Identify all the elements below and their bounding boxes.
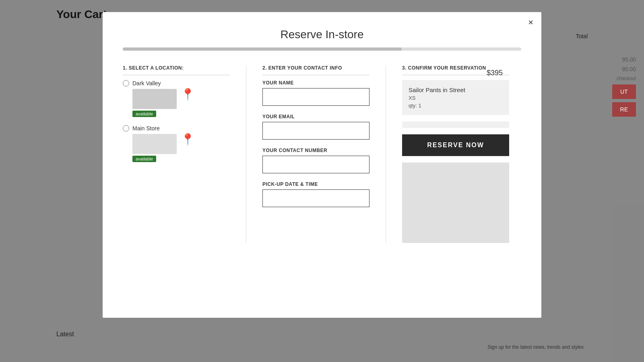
location-dark-valley: Dark Valley 📍 available <box>123 80 230 117</box>
location-dark-valley-image <box>132 89 177 109</box>
location-dark-valley-badge: available <box>132 111 156 117</box>
confirm-item-card: Sailor Pants in Street XS qty: 1 $395 <box>402 80 509 115</box>
location-main-store-pin: 📍 <box>181 134 195 145</box>
location-main-store-badge: available <box>132 156 156 162</box>
name-label: YOUR NAME <box>262 80 369 86</box>
confirm-image <box>402 162 509 243</box>
reserve-now-button[interactable]: RESERVE NOW <box>402 134 509 156</box>
confirm-item-size: XS <box>409 95 465 101</box>
name-group: YOUR NAME <box>262 80 369 106</box>
email-group: YOUR EMAIL <box>262 114 369 140</box>
location-dark-valley-name: Dark Valley <box>132 80 161 86</box>
location-main-store-name: Main Store <box>132 125 160 132</box>
pickup-group: PICK-UP DATE & TIME <box>262 181 369 207</box>
divider-2 <box>386 65 386 243</box>
location-column: 1. SELECT A LOCATION: Dark Valley 📍 avai… <box>123 65 242 243</box>
confirm-item-name: Sailor Pants in Street <box>409 86 465 93</box>
location-main-store-row: Main Store <box>123 125 230 132</box>
phone-group: YOUR CONTACT NUMBER <box>262 148 369 173</box>
location-main-store-map: 📍 <box>123 134 230 154</box>
reserve-modal: × Reserve In-store 1. SELECT A LOCATION:… <box>103 12 541 318</box>
name-input[interactable] <box>262 88 369 106</box>
modal-columns: 1. SELECT A LOCATION: Dark Valley 📍 avai… <box>123 65 521 243</box>
location-dark-valley-pin: 📍 <box>181 89 195 100</box>
bg-price-2: 95.00 <box>612 66 636 72</box>
confirm-item-details: Sailor Pants in Street XS qty: 1 <box>409 86 465 109</box>
location-dark-valley-map: 📍 <box>123 89 230 109</box>
confirm-item-inner: Sailor Pants in Street XS qty: 1 $395 <box>409 86 503 109</box>
divider-1 <box>246 65 246 243</box>
location-main-store: Main Store 📍 available <box>123 125 230 162</box>
phone-label: YOUR CONTACT NUMBER <box>262 148 369 153</box>
bg-checkout-label: checkout <box>612 76 636 81</box>
bg-price-1: 95.00 <box>612 56 636 63</box>
location-dark-valley-row: Dark Valley <box>123 80 230 86</box>
email-input[interactable] <box>262 122 369 140</box>
confirm-item-qty: qty: 1 <box>409 103 465 109</box>
modal-overlay: × Reserve In-store 1. SELECT A LOCATION:… <box>0 0 644 362</box>
progress-bar <box>123 47 521 51</box>
location-main-store-image <box>132 134 177 154</box>
location-dark-valley-radio[interactable] <box>123 80 129 86</box>
confirm-total-bar <box>402 121 509 128</box>
pickup-label: PICK-UP DATE & TIME <box>262 181 369 187</box>
pickup-input[interactable] <box>262 189 369 207</box>
contact-col-header: 2. ENTER YOUR CONTACT INFO <box>262 65 369 75</box>
confirm-column: 3. CONFIRM YOUR RESERVATION Sailor Pants… <box>390 65 521 243</box>
confirm-item-price: $395 <box>487 69 503 77</box>
phone-input[interactable] <box>262 156 369 173</box>
email-label: YOUR EMAIL <box>262 114 369 119</box>
bg-checkout-btn[interactable]: UT <box>612 84 636 99</box>
contact-column: 2. ENTER YOUR CONTACT INFO YOUR NAME YOU… <box>250 65 382 243</box>
location-main-store-radio[interactable] <box>123 125 129 132</box>
location-col-header: 1. SELECT A LOCATION: <box>123 65 230 75</box>
modal-close-button[interactable]: × <box>528 18 533 27</box>
progress-fill <box>123 47 402 51</box>
modal-title: Reserve In-store <box>123 28 521 41</box>
bg-reserve-btn[interactable]: RE <box>612 102 636 117</box>
